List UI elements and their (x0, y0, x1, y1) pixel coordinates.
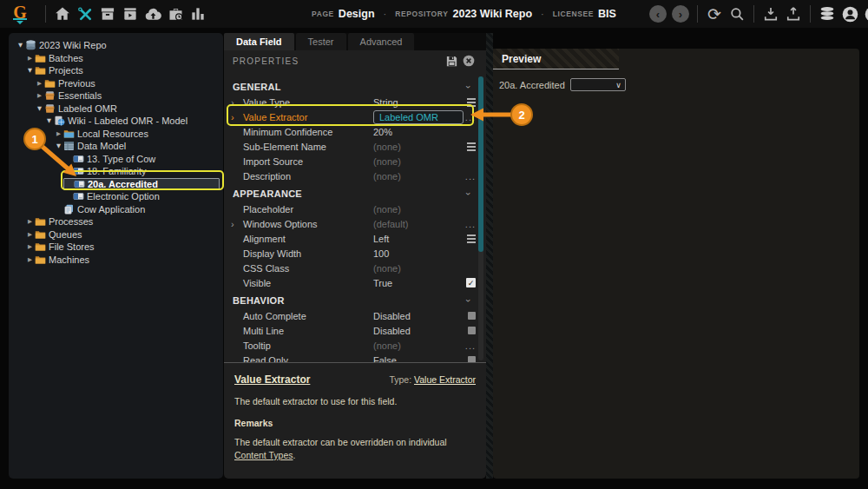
tree-item-queues[interactable]: ▶Queues (25, 228, 223, 241)
tree-item-local-resources[interactable]: ▶Local Resources (54, 128, 223, 141)
property-row-value-type[interactable]: ›Value TypeString (224, 95, 486, 109)
design-tools-icon[interactable] (74, 3, 96, 25)
expand-arrow-icon[interactable]: ▶ (25, 256, 35, 263)
expand-chevron-icon[interactable]: › (231, 219, 243, 229)
ellipsis-button[interactable]: ... (465, 112, 476, 122)
chevron-down-icon: › (464, 299, 474, 302)
tree-item-file-stores[interactable]: ▶File Stores (25, 241, 223, 254)
expand-arrow-icon[interactable]: ▶ (25, 231, 35, 238)
value-extractor-input[interactable]: Labeled OMR (373, 110, 464, 124)
save-icon[interactable] (443, 52, 460, 69)
property-row-auto-complete[interactable]: Auto CompleteDisabled (224, 308, 486, 323)
tree-item-2023-wiki-repo[interactable]: ▼2023 Wiki Repo (16, 39, 223, 52)
back-icon[interactable]: ‹ (649, 5, 667, 23)
tree-item-cow-application[interactable]: Cow Application (54, 203, 223, 216)
section-header-general[interactable]: GENERAL› (224, 76, 486, 95)
menu-icon[interactable] (467, 98, 476, 107)
repository-value[interactable]: 2023 Wiki Repo (452, 8, 532, 20)
property-row-alignment[interactable]: AlignmentLeft (224, 231, 486, 246)
preview-field-dropdown[interactable]: ∨ (570, 78, 626, 91)
checkbox-unchecked-icon[interactable] (468, 312, 476, 320)
forward-icon[interactable]: › (672, 5, 689, 23)
collapse-arrow-icon[interactable]: ▼ (35, 105, 44, 112)
tree-item-13-type-of-cow[interactable]: 13. Type of Cow (63, 153, 223, 166)
tree-item-batches[interactable]: ▶Batches (25, 52, 223, 65)
tab-data-field[interactable]: Data Field (224, 33, 294, 50)
stats-icon[interactable] (187, 3, 209, 25)
collapse-arrow-icon[interactable]: ▼ (25, 67, 35, 74)
expand-arrow-icon[interactable]: ▶ (35, 92, 44, 99)
licensee-value[interactable]: BIS (598, 8, 616, 20)
upload-icon[interactable] (782, 3, 805, 25)
expand-arrow-icon[interactable]: ▶ (25, 243, 35, 250)
tree-item-label: Previous (57, 78, 95, 89)
property-row-placeholder[interactable]: Placeholder(none) (224, 202, 486, 216)
batch-process-icon[interactable] (119, 3, 141, 25)
tree-item-machines[interactable]: ▶Machines (25, 254, 223, 267)
expand-arrow-icon[interactable]: ▶ (54, 130, 63, 137)
ellipsis-button[interactable]: ... (465, 171, 476, 182)
search-icon[interactable] (726, 3, 748, 25)
property-row-read-only[interactable]: Read OnlyFalse (224, 353, 486, 362)
tree-item-wiki-labeled-omr-model[interactable]: ▼Wiki - Labeled OMR - Model (44, 115, 223, 128)
menu-icon[interactable] (467, 235, 476, 243)
section-header-behavior[interactable]: BEHAVIOR› (224, 290, 486, 308)
tree-item-electronic-option[interactable]: Electronic Option (63, 190, 223, 203)
properties-header-bar: PROPERTIES (224, 50, 486, 71)
tree-item-essentials[interactable]: ▶Essentials (35, 89, 223, 102)
tree-item-18-familiarity[interactable]: 18. Familiarity (63, 165, 223, 178)
download-icon[interactable] (760, 3, 782, 25)
collapse-arrow-icon[interactable]: ▼ (16, 42, 25, 49)
preview-header[interactable]: Preview (493, 49, 619, 69)
collapse-arrow-icon[interactable]: ▼ (54, 142, 63, 149)
tree-item-processes[interactable]: ▶Processes (25, 215, 223, 228)
ellipsis-button[interactable]: ... (465, 340, 476, 351)
user-icon[interactable] (838, 3, 861, 25)
home-icon[interactable] (51, 3, 74, 25)
property-row-multi-line[interactable]: Multi LineDisabled (224, 323, 486, 338)
tab-tester[interactable]: Tester (296, 33, 346, 50)
checkbox-unchecked-icon[interactable] (468, 356, 476, 362)
expand-chevron-icon[interactable]: › (231, 97, 243, 108)
property-row-windows-options[interactable]: ›Windows Options(default)... (224, 216, 486, 231)
property-row-import-source[interactable]: Import Source(none) (224, 154, 486, 169)
help-icon[interactable]: ? (861, 3, 868, 25)
collapse-arrow-icon[interactable]: ▼ (44, 117, 54, 124)
grooper-logo[interactable]: G (0, 4, 40, 24)
grid-scrollbar[interactable] (478, 76, 483, 360)
content-types-link[interactable]: Content Types (234, 450, 293, 460)
tree-item-previous[interactable]: ▶Previous (35, 77, 223, 90)
property-row-value-extractor[interactable]: ›Value ExtractorLabeled OMR... (224, 109, 486, 124)
property-row-css-class[interactable]: CSS Class(none) (224, 261, 486, 275)
cloud-upload-icon[interactable] (141, 3, 164, 25)
expand-arrow-icon[interactable]: ▶ (25, 55, 35, 62)
property-row-display-width[interactable]: Display Width100 (224, 246, 486, 261)
expand-arrow-icon[interactable]: ▶ (35, 80, 44, 87)
refresh-icon[interactable]: ⟳ (703, 3, 726, 25)
property-row-description[interactable]: Description(none)... (224, 169, 486, 183)
help-type-link[interactable]: Value Extractor (414, 374, 476, 385)
close-icon[interactable] (460, 52, 477, 69)
ellipsis-button[interactable]: ... (465, 219, 476, 229)
tree-item-20a-accredited[interactable]: 20a. Accredited (63, 178, 220, 191)
property-row-minimum-confidence[interactable]: Minimum Confidence20% (224, 124, 486, 139)
checkbox-unchecked-icon[interactable] (468, 327, 476, 334)
property-row-tooltip[interactable]: Tooltip(none)... (224, 338, 486, 353)
page-value[interactable]: Design (339, 8, 375, 20)
panel-splitter[interactable] (486, 33, 493, 479)
grid-scrollbar-thumb[interactable] (478, 76, 483, 252)
property-row-visible[interactable]: VisibleTrue✓ (224, 275, 486, 290)
database-icon[interactable] (816, 3, 838, 25)
tab-advanced[interactable]: Advanced (348, 33, 415, 50)
checkbox-checked-icon[interactable]: ✓ (466, 278, 476, 287)
menu-icon[interactable] (467, 142, 476, 151)
section-header-appearance[interactable]: APPEARANCE› (224, 183, 486, 202)
tree-item-projects[interactable]: ▼Projects (25, 64, 223, 77)
batches-icon[interactable] (96, 3, 119, 25)
property-row-sub-element-name[interactable]: Sub-Element Name(none) (224, 139, 486, 154)
tree-item-labeled-omr[interactable]: ▼Labeled OMR (35, 102, 223, 116)
tree-item-data-model[interactable]: ▼Data Model (54, 140, 223, 153)
expand-chevron-icon[interactable]: › (231, 112, 243, 122)
expand-arrow-icon[interactable]: ▶ (25, 218, 35, 225)
jobs-icon[interactable] (164, 3, 187, 25)
